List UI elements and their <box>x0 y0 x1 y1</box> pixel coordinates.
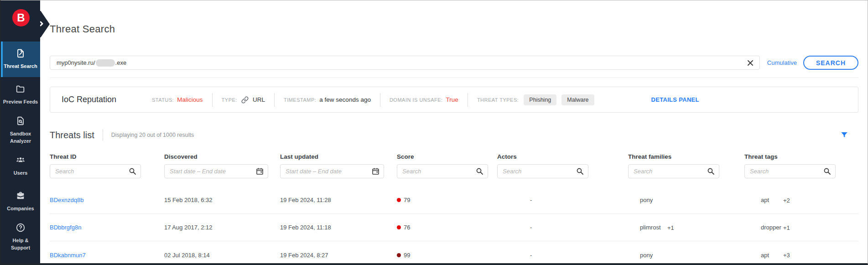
header-divider <box>50 78 858 78</box>
sidebar-item-label: Companies <box>5 205 36 213</box>
sidebar-item-label: Preview Feeds <box>1 99 40 106</box>
threat-type-chip[interactable]: Malware <box>561 94 594 105</box>
timestamp-label: TIMESTAMP: <box>284 97 316 103</box>
column-header-last-updated[interactable]: Last updated <box>280 153 397 160</box>
details-panel-link[interactable]: DETAILS PANEL <box>651 96 699 103</box>
sidebar-item-label: Users <box>12 170 30 177</box>
actors-filter-input[interactable] <box>497 164 588 178</box>
threat-id-filter <box>50 164 141 178</box>
discovered-cell: 15 Feb 2018, 6:32 <box>164 197 280 203</box>
threat-id-link[interactable]: BDbbrgfg8n <box>50 224 164 231</box>
last-updated-filter <box>280 164 384 178</box>
threat-tags-filter-input[interactable] <box>744 164 836 178</box>
type-label: TYPE: <box>222 97 237 103</box>
ioc-domain-unsafe: DOMAIN IS UNSAFE: True <box>380 96 468 103</box>
threat-tag-cell: apt +3 <box>744 252 858 259</box>
score-filter-input[interactable] <box>397 164 488 178</box>
table-body: BDexnzdq8b 15 Feb 2018, 6:32 19 Feb 2024… <box>50 187 858 265</box>
tag-extra-count[interactable]: +2 <box>783 197 790 203</box>
url-link-icon <box>240 95 249 104</box>
score-value: 79 <box>404 197 410 203</box>
column-header-threat-id[interactable]: Threat ID <box>50 153 164 160</box>
cumulative-link[interactable]: Cumulative <box>767 59 797 66</box>
actors-cell: - <box>497 252 628 259</box>
actors-filter <box>497 164 588 178</box>
table-row[interactable]: BDexnzdq8b 15 Feb 2018, 6:32 19 Feb 2024… <box>50 187 858 214</box>
ioc-status: STATUS: Malicious <box>143 96 212 103</box>
filter-funnel-icon[interactable] <box>840 131 848 139</box>
sidebar-item-sandbox-analyzer[interactable]: Sandbox Analyzer <box>1 113 40 148</box>
column-header-discovered[interactable]: Discovered <box>164 153 280 160</box>
family-value: pony <box>640 197 653 203</box>
last-updated-cell: 19 Feb 2024, 11:18 <box>280 224 397 231</box>
threat-id-filter-input[interactable] <box>50 164 141 178</box>
column-header-threat-tags[interactable]: Threat tags <box>744 153 858 160</box>
last-updated-cell: 19 Feb 2024, 8:27 <box>280 252 397 259</box>
score-value: 99 <box>404 252 410 259</box>
main-content: Threat Search myp0nysite.ru/.exe Cumulat… <box>40 0 868 263</box>
sidebar-item-companies[interactable]: Companies <box>1 184 40 219</box>
column-header-actors[interactable]: Actors <box>497 153 628 160</box>
folder-icon <box>16 84 26 96</box>
redacted-segment <box>96 59 115 67</box>
family-value: pony <box>640 252 653 259</box>
ioc-threat-types: THREAT TYPES: Phishing Malware <box>468 94 603 105</box>
search-button[interactable]: SEARCH <box>803 56 858 70</box>
bitdefender-logo[interactable]: B <box>12 9 30 26</box>
sidebar-item-users[interactable]: Users <box>1 148 40 184</box>
threat-search-page: B Threat Search Preview Feeds <box>0 0 868 265</box>
score-cell: 76 <box>397 224 497 231</box>
threats-list-title: Threats list <box>50 130 94 140</box>
ioc-search-input[interactable]: myp0nysite.ru/.exe <box>50 56 760 70</box>
threat-type-chip[interactable]: Phishing <box>524 94 556 105</box>
ioc-timestamp: TIMESTAMP: a few seconds ago <box>275 96 380 103</box>
threat-tag-cell: apt +2 <box>744 197 858 203</box>
discovered-date-range-input[interactable] <box>164 164 268 178</box>
timestamp-value: a few seconds ago <box>319 96 371 103</box>
last-updated-date-range-input[interactable] <box>280 164 384 178</box>
threat-tag-cell: dropper +1 <box>744 224 858 231</box>
table-row[interactable]: BDbbrgfg8n 17 Aug 2017, 2:12 19 Feb 2024… <box>50 214 858 241</box>
domain-unsafe-label: DOMAIN IS UNSAFE: <box>390 97 443 103</box>
logo-area: B <box>1 0 40 42</box>
sidebar-item-preview-feeds[interactable]: Preview Feeds <box>1 77 40 113</box>
score-dot <box>397 225 401 229</box>
sidebar-item-label: Sandbox Analyzer <box>1 130 40 145</box>
column-header-threat-families[interactable]: Threat families <box>628 153 744 160</box>
threat-id-link[interactable]: BDkabnmun7 <box>50 252 164 259</box>
threat-family-cell: plimrost +1 <box>628 224 744 231</box>
score-value: 76 <box>404 224 410 231</box>
threat-families-filter <box>628 164 719 178</box>
threat-id-link[interactable]: BDexnzdq8b <box>50 197 164 203</box>
sidebar: B Threat Search Preview Feeds <box>1 0 40 263</box>
page-title: Threat Search <box>50 23 858 35</box>
clear-search-icon[interactable] <box>747 59 754 67</box>
family-value: plimrost <box>640 224 661 231</box>
threat-families-filter-input[interactable] <box>628 164 719 178</box>
sidebar-item-help-support[interactable]: Help & Support <box>1 219 40 255</box>
sidebar-item-label: Threat Search <box>2 63 39 70</box>
results-count: Displaying 20 out of 1000 results <box>111 132 194 138</box>
table-filter-row <box>50 164 858 178</box>
ioc-type: TYPE: URL <box>213 95 274 104</box>
threat-tags-filter <box>744 164 836 178</box>
search-value-suffix: .exe <box>115 59 127 66</box>
ioc-reputation-card: IoC Reputation STATUS: Malicious TYPE: U… <box>50 87 858 113</box>
divider <box>103 129 103 141</box>
score-cell: 99 <box>397 252 497 259</box>
type-value: URL <box>253 96 265 103</box>
family-extra-count[interactable]: +1 <box>667 224 674 231</box>
search-row: myp0nysite.ru/.exe Cumulative SEARCH <box>50 56 858 70</box>
tag-extra-count[interactable]: +3 <box>783 252 790 259</box>
discovered-cell: 02 Jul 2018, 8:14 <box>164 252 280 259</box>
tag-extra-count[interactable]: +1 <box>783 224 790 231</box>
column-header-score[interactable]: Score <box>397 153 497 160</box>
status-label: STATUS: <box>152 97 174 103</box>
table-row[interactable]: BDkabnmun7 02 Jul 2018, 8:14 19 Feb 2024… <box>50 241 858 265</box>
actors-cell: - <box>497 197 628 203</box>
last-updated-cell: 19 Feb 2024, 11:28 <box>280 197 397 203</box>
threat-types-label: THREAT TYPES: <box>477 97 519 103</box>
score-filter <box>397 164 488 178</box>
score-dot <box>397 198 401 202</box>
sidebar-item-threat-search[interactable]: Threat Search <box>1 42 40 77</box>
